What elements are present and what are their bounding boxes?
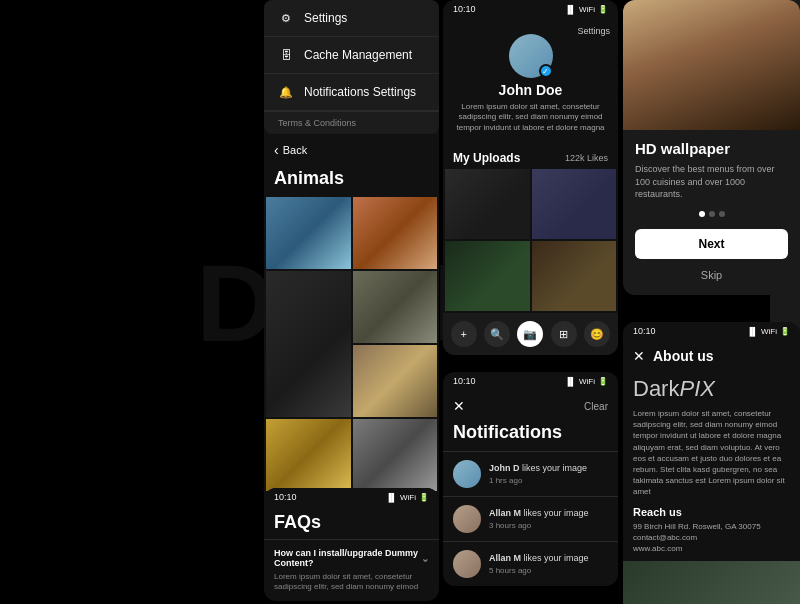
notification-item: John D likes your image 1 hrs ago [443, 451, 618, 496]
camera-icon[interactable]: 📷 [517, 321, 543, 347]
uploads-likes: 122k Likes [565, 153, 608, 163]
carousel-dot-active [699, 211, 705, 217]
chevron-down-icon: ⌄ [421, 553, 429, 564]
uploads-header: My Uploads 122k Likes [443, 143, 618, 169]
status-bar: 10:10 ▐▌ WiFi 🔋 [623, 322, 800, 340]
cache-management-menu-item[interactable]: 🗄 Cache Management [264, 37, 439, 74]
animal-item[interactable] [353, 271, 438, 343]
animal-item[interactable] [266, 419, 351, 491]
animal-item[interactable] [353, 197, 438, 269]
profile-name: John Doe [499, 82, 563, 98]
profile-bio: Lorem ipsum dolor sit amet, consetetur s… [453, 102, 608, 133]
emoji-icon[interactable]: 😊 [584, 321, 610, 347]
profile-settings-button[interactable]: Settings [577, 26, 610, 36]
faq-answer: Lorem ipsum dolor sit amet, consetetur s… [274, 572, 429, 593]
grid-icon[interactable]: ⊞ [551, 321, 577, 347]
notification-item: Allan M likes your image 5 hours ago [443, 541, 618, 586]
add-icon[interactable]: + [451, 321, 477, 347]
avatar: ✓ [509, 34, 553, 78]
animal-item[interactable] [266, 197, 351, 269]
notification-text: John D likes your image [489, 463, 587, 475]
faq-item[interactable]: How can I install/upgrade Dummy Content?… [264, 539, 439, 601]
upload-toolbar: + 🔍 📷 ⊞ 😊 [443, 313, 618, 355]
wallpaper-image [623, 0, 800, 130]
avatar-badge: ✓ [539, 64, 553, 78]
notifications-settings-menu-item[interactable]: 🔔 Notifications Settings [264, 74, 439, 111]
notification-item: Allan M likes your image 3 hours ago [443, 496, 618, 541]
cache-icon: 🗄 [278, 47, 294, 63]
address: 99 Birch Hill Rd. Roswell, GA 30075 [623, 522, 800, 533]
upload-item[interactable] [445, 241, 530, 311]
close-button[interactable]: ✕ [453, 398, 465, 414]
settings-icon: ⚙ [278, 10, 294, 26]
profile-panel: 10:10 ▐▌ WiFi 🔋 Settings ✓ John Doe Lore… [443, 0, 618, 355]
map-preview [623, 561, 800, 605]
search-icon[interactable]: 🔍 [484, 321, 510, 347]
animal-item[interactable] [353, 345, 438, 417]
notif-avatar [453, 505, 481, 533]
hdwallpaper-description: Discover the best menus from over 100 cu… [635, 163, 788, 201]
notification-text: Allan M likes your image [489, 508, 589, 520]
notification-time: 3 hours ago [489, 521, 589, 530]
notification-icon: 🔔 [278, 84, 294, 100]
upload-item[interactable] [532, 241, 617, 311]
animals-title: Animals [264, 164, 439, 197]
close-button[interactable]: ✕ [633, 348, 645, 364]
email: contact@abc.com [623, 533, 800, 544]
about-body-text: Lorem ipsum dolor sit amet, consetetur s… [623, 408, 800, 498]
website: www.abc.com [623, 544, 800, 555]
status-bar: 10:10 ▐▌ WiFi 🔋 [443, 372, 618, 390]
about-panel: 10:10 ▐▌ WiFi 🔋 ✕ About us DarkPIX Lorem… [623, 322, 800, 604]
carousel-dot [719, 211, 725, 217]
about-title: About us [653, 348, 714, 364]
notif-avatar [453, 550, 481, 578]
notifications-title: Notifications [443, 422, 618, 451]
status-icons: ▐▌ WiFi 🔋 [565, 377, 608, 386]
hdwallpaper-title: HD wallpaper [635, 140, 788, 157]
notifications-header: ✕ Clear [443, 390, 618, 422]
notif-avatar [453, 460, 481, 488]
notification-time: 1 hrs ago [489, 476, 587, 485]
status-bar: 10:10 ▐▌ WiFi 🔋 [264, 488, 439, 506]
faqs-title: FAQs [264, 506, 439, 539]
back-arrow-icon: ‹ [274, 142, 279, 158]
faqs-panel: 10:10 ▐▌ WiFi 🔋 FAQs How can I install/u… [264, 488, 439, 601]
carousel-dot [709, 211, 715, 217]
uploads-title: My Uploads [453, 151, 520, 165]
notification-text: Allan M likes your image [489, 553, 589, 565]
next-button[interactable]: Next [635, 229, 788, 259]
settings-menu-panel: ⚙ Settings 🗄 Cache Management 🔔 Notifica… [264, 0, 439, 134]
status-bar: 10:10 ▐▌ WiFi 🔋 [443, 0, 618, 18]
settings-menu-item[interactable]: ⚙ Settings [264, 0, 439, 37]
upload-item[interactable] [445, 169, 530, 239]
carousel-dots [635, 211, 788, 217]
about-header: ✕ About us [623, 340, 800, 372]
uploads-grid [443, 169, 618, 311]
back-navigation[interactable]: ‹ Back [264, 136, 439, 164]
notification-time: 5 hours ago [489, 566, 589, 575]
status-icons: ▐▌ WiFi 🔋 [565, 5, 608, 14]
upload-item[interactable] [532, 169, 617, 239]
animal-item[interactable] [266, 271, 351, 417]
skip-button[interactable]: Skip [635, 265, 788, 285]
faq-question: How can I install/upgrade Dummy Content?… [274, 548, 429, 568]
animal-item[interactable] [353, 419, 438, 491]
clear-button[interactable]: Clear [584, 401, 608, 412]
hdwallpaper-panel: HD wallpaper Discover the best menus fro… [623, 0, 800, 295]
terms-link[interactable]: Terms & Conditions [264, 111, 439, 134]
notifications-panel: 10:10 ▐▌ WiFi 🔋 ✕ Clear Notifications Jo… [443, 372, 618, 586]
reach-us-title: Reach us [623, 506, 800, 518]
darkpix-logo: DarkPIX [623, 372, 800, 408]
profile-header: Settings ✓ John Doe Lorem ipsum dolor si… [443, 18, 618, 143]
